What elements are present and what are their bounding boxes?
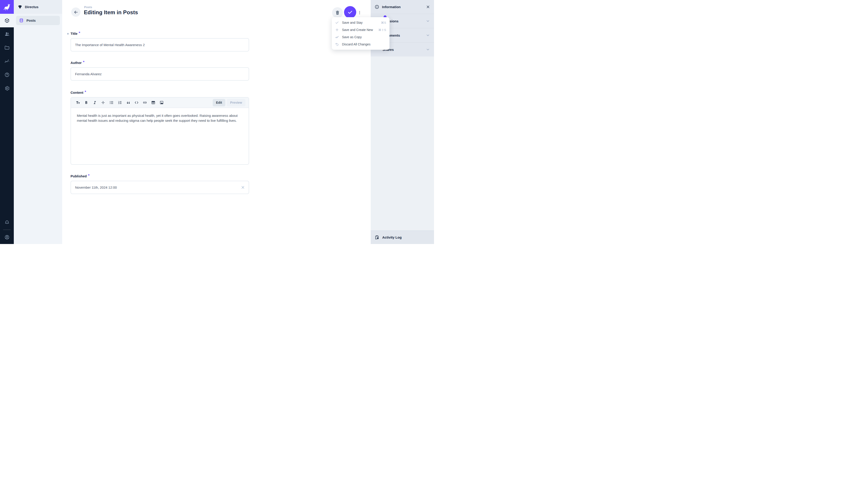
clipboard-clock-icon (375, 235, 379, 240)
required-indicator: ★ (85, 90, 86, 92)
module-bar-divider (3, 230, 11, 230)
delete-button[interactable] (332, 7, 343, 18)
author-input[interactable] (70, 67, 249, 80)
content-toolbar-buttons (74, 98, 166, 107)
editor-toolbar: Edit Preview (71, 98, 249, 108)
toolbar-code-button[interactable] (133, 98, 139, 107)
published-input[interactable] (70, 181, 249, 194)
undo-icon (335, 42, 339, 46)
nav-item-label: Posts (26, 19, 36, 22)
toolbar-strikethrough-button[interactable] (100, 98, 106, 107)
trash-icon (335, 10, 340, 15)
richtext-editor: Edit Preview Mental health is just as im… (70, 97, 249, 165)
menu-item-label: Save as Copy (342, 35, 383, 39)
module-settings[interactable] (0, 82, 14, 95)
project-name: Directus (25, 5, 38, 9)
field-author: Author ★ (70, 61, 249, 80)
tab-preview[interactable]: Preview (227, 99, 246, 106)
gear-icon (4, 86, 10, 91)
menu-item-label: Save and Stay (342, 21, 378, 24)
module-help[interactable] (0, 68, 14, 82)
menu-item-save-and-create-new[interactable]: Save and Create New⌘⇧S (332, 26, 390, 33)
italic-icon (92, 100, 97, 105)
directus-logo-button[interactable] (0, 0, 14, 14)
save-options-menu: Save and Stay⌘SSave and Create New⌘⇧SSav… (332, 17, 390, 50)
field-title: Title ★ (70, 32, 249, 52)
navigation-sidebar: Directus Posts (14, 0, 62, 244)
toolbar-blockquote-button[interactable] (125, 98, 131, 107)
required-indicator: ★ (83, 60, 85, 63)
module-bar-modules (0, 14, 14, 95)
plus-icon (335, 28, 339, 32)
title-input[interactable] (70, 38, 249, 52)
module-insights[interactable] (0, 55, 14, 68)
toolbar-italic-button[interactable] (92, 98, 97, 107)
info-icon (375, 4, 379, 9)
rabbit-icon (3, 3, 11, 11)
field-author-label: Author ★ (70, 61, 249, 65)
strikethrough-icon (101, 100, 105, 105)
double-check-icon (335, 35, 339, 39)
insights-icon (4, 59, 10, 64)
toolbar-table-button[interactable] (150, 98, 156, 107)
menu-item-save-and-stay[interactable]: Save and Stay⌘S (332, 19, 390, 26)
chevron-down-icon (426, 47, 430, 52)
module-account[interactable] (0, 230, 14, 244)
check-icon (347, 9, 353, 15)
heading-icon (76, 100, 80, 105)
project-header[interactable]: Directus (14, 0, 62, 14)
field-content-label: Content ★ (70, 91, 249, 94)
user-circle-icon (4, 234, 10, 240)
activity-log-button[interactable]: Activity Log (371, 230, 434, 244)
people-icon (4, 31, 10, 37)
clear-icon (241, 185, 245, 190)
chevron-down-icon (426, 19, 430, 23)
edited-indicator (67, 33, 69, 35)
field-title-label: Title ★ (70, 32, 249, 35)
required-indicator: ★ (79, 31, 81, 33)
module-files[interactable] (0, 41, 14, 55)
field-content: Content ★ Edit Preview Mental health is … (70, 91, 249, 165)
dots-vertical-icon (358, 10, 362, 15)
menu-item-shortcut: ⌘⇧S (378, 28, 386, 32)
back-button[interactable] (71, 7, 81, 17)
module-content[interactable] (0, 14, 14, 27)
content-textarea[interactable]: Mental health is just as important as ph… (71, 108, 249, 128)
clear-date-button[interactable] (240, 185, 246, 190)
header-actions (332, 6, 363, 18)
box-icon (4, 18, 10, 23)
tab-edit[interactable]: Edit (213, 99, 225, 106)
sidebar-section-information[interactable]: Information (371, 0, 434, 14)
table-icon (151, 100, 156, 105)
help-icon (4, 72, 10, 77)
wedge-icon (18, 4, 22, 9)
toolbar-numbered-list-button[interactable] (117, 98, 123, 107)
module-bar (0, 0, 14, 244)
toolbar-image-button[interactable] (159, 98, 164, 107)
close-icon[interactable] (426, 5, 430, 9)
image-icon (159, 100, 164, 105)
folder-icon (4, 45, 10, 51)
breadcrumb[interactable]: Posts (84, 5, 92, 9)
field-published-label: Published ★ (70, 174, 249, 178)
main-content: Posts Editing Item in Posts (62, 0, 371, 244)
module-bar-bottom (0, 216, 14, 244)
sidebar-section-label: Information (382, 5, 423, 9)
numbered-list-icon (118, 100, 122, 105)
code-icon (134, 100, 139, 105)
database-icon (19, 18, 24, 23)
menu-item-label: Save and Create New (342, 28, 375, 32)
toolbar-bullet-list-button[interactable] (108, 98, 114, 107)
menu-item-save-as-copy[interactable]: Save as Copy (332, 33, 390, 41)
toolbar-bold-button[interactable] (84, 98, 89, 107)
toolbar-link-button[interactable] (142, 98, 148, 107)
module-notifications[interactable] (0, 216, 14, 229)
save-button[interactable] (344, 6, 356, 18)
toolbar-heading-button[interactable] (75, 98, 81, 107)
check-icon (335, 21, 339, 25)
menu-item-discard-all-changes[interactable]: Discard All Changes (332, 41, 390, 48)
bell-icon (4, 220, 10, 225)
nav-item-posts[interactable]: Posts (16, 16, 60, 25)
module-users[interactable] (0, 27, 14, 41)
menu-item-label: Discard All Changes (342, 42, 383, 46)
